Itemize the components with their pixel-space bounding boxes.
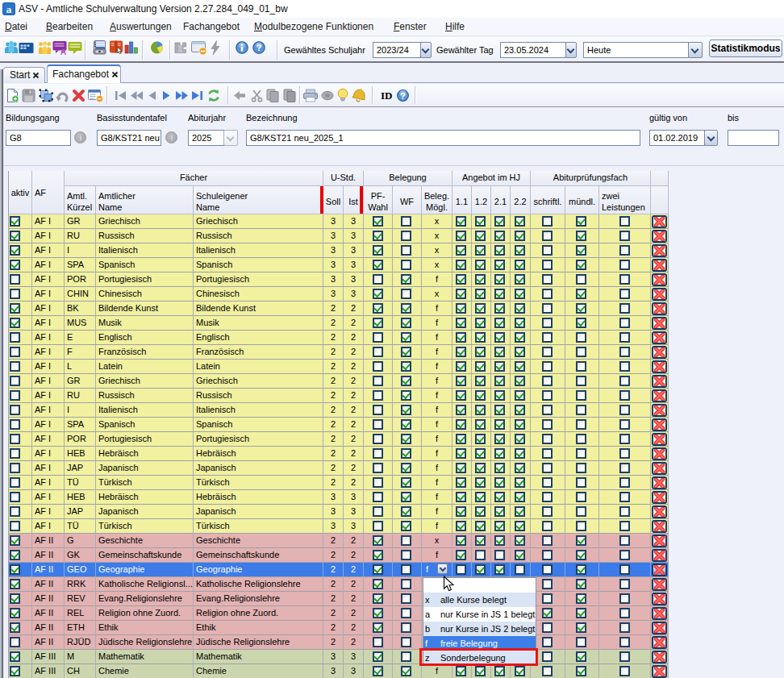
svg-text:a: a <box>6 3 12 15</box>
svg-text:?: ? <box>256 43 262 52</box>
svg-text:?: ? <box>400 91 405 101</box>
